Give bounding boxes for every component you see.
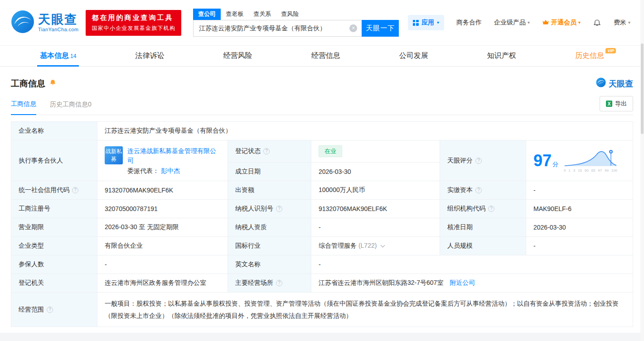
- company-type-label: 企业类型: [11, 237, 97, 255]
- help-icon[interactable]: ?: [276, 206, 282, 212]
- search-tab-company[interactable]: 查公司: [193, 9, 221, 20]
- business-term-value: 2026-03-30 至 无固定期限: [97, 218, 228, 237]
- help-icon[interactable]: ?: [72, 187, 78, 193]
- search-tab-boss[interactable]: 查老板: [221, 9, 248, 20]
- menu-cooperation[interactable]: 商务合作: [456, 19, 482, 27]
- reg-status-label: 登记状态?: [228, 140, 311, 163]
- tab-company-development[interactable]: 公司发展: [387, 46, 441, 66]
- partner-avatar[interactable]: 战新私募: [105, 146, 123, 164]
- company-name-label: 企业名称: [11, 122, 97, 140]
- chevron-down-icon: ▾: [437, 20, 439, 25]
- business-term-label: 营业期限: [11, 218, 97, 237]
- industry-value[interactable]: 综合管理服务 (L722): [311, 237, 440, 255]
- section-title: 工商信息: [11, 78, 45, 90]
- reg-authority-value: 连云港市海州区政务服务管理办公室: [97, 274, 228, 293]
- section-title-row: 工商信息: [11, 78, 57, 90]
- english-name-value: -: [311, 255, 633, 274]
- reg-number-value: 320705000787191: [97, 200, 228, 218]
- chevron-down-icon: ▾: [628, 20, 630, 25]
- section-header: 工商信息 天眼查: [11, 77, 633, 90]
- help-icon[interactable]: ?: [475, 158, 482, 164]
- slogan-line2: 国家中小企业发展基金旗下机构: [92, 24, 175, 32]
- brand-name: 天眼查: [38, 13, 78, 26]
- subtab-history-business-info[interactable]: 历史工商信息0: [50, 101, 92, 115]
- chevron-down-icon[interactable]: [381, 243, 385, 248]
- notifications-bell-icon[interactable]: [593, 19, 601, 27]
- business-info-subtabs: 工商信息 历史工商信息0 X 导出: [11, 95, 633, 115]
- monitor-bell-icon[interactable]: [49, 79, 57, 89]
- establish-date-value: 2026-03-30: [311, 163, 440, 181]
- business-info-table: 企业名称 江苏连云港安防产业专项母基金（有限合伙） 执行事务合伙人 战新私募 连…: [11, 121, 633, 327]
- enterprise-label: 企业级产品: [494, 19, 526, 27]
- company-name-value: 江苏连云港安防产业专项母基金（有限合伙）: [97, 122, 633, 140]
- delegate-name-link[interactable]: 彭中杰: [161, 167, 180, 174]
- user-account-menu[interactable]: 费米 ▾: [614, 19, 630, 27]
- menu-enterprise-products[interactable]: 企业级产品 ▾: [494, 19, 530, 27]
- scrollbar[interactable]: [640, 0, 644, 341]
- table-row: 登记机关 连云港市海州区政务服务管理办公室 主要经营场所? 江苏省连云港市海州区…: [11, 274, 633, 293]
- tab-business-info[interactable]: 经营信息: [299, 46, 353, 66]
- executive-partner-cell: 战新私募 连云港战新私募基金管理有限公司 委派代表： 彭中杰: [97, 140, 228, 181]
- username: 费米: [614, 19, 626, 27]
- help-icon[interactable]: ?: [47, 307, 53, 313]
- tab-intellectual-property[interactable]: 知识产权: [475, 46, 529, 66]
- score-chart-ticks: 01 315 5065 9799 100: [564, 168, 617, 173]
- export-button[interactable]: X 导出: [600, 96, 633, 111]
- vip-label: 开通会员: [551, 19, 576, 27]
- business-address: 江苏省连云港市海州区朝阳东路32-7号607室: [319, 279, 443, 286]
- company-type-value: 有限合伙企业: [97, 237, 228, 255]
- tab-history-info-label: 历史信息: [575, 51, 604, 61]
- tab-operating-risk[interactable]: 经营风险: [211, 46, 265, 66]
- brand-domain: TianYanCha.com: [38, 27, 78, 33]
- credit-code-value: 91320706MAK90ELF6K: [97, 181, 228, 200]
- apps-menu-button[interactable]: 应用 ▾: [408, 15, 444, 30]
- logo-text: 天眼查 TianYanCha.com: [38, 13, 78, 33]
- chevron-down-icon: ▾: [578, 20, 581, 25]
- help-icon[interactable]: ?: [276, 280, 282, 286]
- table-row: 参保人数 - 英文名称 -: [11, 255, 633, 274]
- tianyancha-logo[interactable]: 天眼查 TianYanCha.com: [11, 10, 78, 35]
- help-icon[interactable]: ?: [475, 187, 482, 193]
- taxpayer-quality-value: -: [311, 218, 440, 237]
- slogan-line1: 都在用的商业查询工具: [92, 14, 175, 22]
- org-code-label: 组织机构代码?: [440, 200, 526, 218]
- search-input-wrap: ×: [193, 20, 362, 37]
- approval-date-label: 核准日期: [440, 218, 526, 237]
- search-button[interactable]: 天眼一下: [362, 20, 399, 37]
- insured-count-value: -: [97, 255, 228, 274]
- search-area: 查公司 查老板 查关系 查风险 × 天眼一下: [193, 9, 399, 37]
- company-nav-tabs: 基本信息 14 法律诉讼 经营风险 经营信息 公司发展 知识产权 历史信息 VI…: [0, 45, 644, 67]
- english-name-label: 英文名称: [228, 255, 311, 274]
- page-bottom-background: [0, 333, 644, 341]
- taxpayer-quality-label: 纳税人资质: [228, 218, 311, 237]
- export-label: 导出: [615, 100, 627, 108]
- scrollbar-thumb[interactable]: [641, 43, 644, 134]
- reg-status-value: 在业: [311, 140, 440, 163]
- tab-legal-proceedings[interactable]: 法律诉讼: [122, 46, 177, 66]
- score-value: 97: [533, 151, 552, 170]
- partner-company-link[interactable]: 连云港战新私募基金管理有限公司: [127, 146, 220, 165]
- reg-number-label: 工商注册号: [11, 200, 97, 218]
- apps-label: 应用: [421, 19, 434, 27]
- score-unit: 分: [552, 161, 558, 168]
- paid-capital-label: 实缴资本?: [440, 181, 526, 200]
- help-icon[interactable]: ?: [263, 148, 270, 154]
- main-content: 工商信息 天眼查: [0, 77, 644, 327]
- insured-count-label: 参保人数: [11, 255, 97, 274]
- capital-value: 100000万人民币: [311, 181, 440, 200]
- subtab-business-info[interactable]: 工商信息: [11, 100, 36, 115]
- nearby-companies-link[interactable]: 附近公司: [450, 279, 475, 286]
- business-scope-value: 一般项目：股权投资；以私募基金从事股权投资、投资管理、资产管理等活动（须在中国证…: [97, 293, 633, 327]
- table-row: 营业期限 2026-03-30 至 无固定期限 纳税人资质 - 核准日期 202…: [11, 218, 633, 237]
- tab-history-info[interactable]: 历史信息 VIP: [562, 46, 617, 66]
- header: 天眼查 TianYanCha.com 都在用的商业查询工具 国家中小企业发展基金…: [0, 0, 644, 45]
- vip-badge: VIP: [605, 48, 616, 53]
- search-input[interactable]: [193, 20, 362, 37]
- table-row: 企业类型 有限合伙企业 国标行业 综合管理服务 (L722) 人员规模 -: [11, 237, 633, 255]
- open-vip-button[interactable]: 开通会员 ▾: [542, 19, 581, 27]
- help-icon[interactable]: ?: [488, 206, 494, 212]
- search-tab-risk[interactable]: 查风险: [276, 9, 304, 20]
- excel-icon: X: [606, 101, 612, 107]
- tab-basic-info[interactable]: 基本信息 14: [27, 46, 89, 66]
- search-tab-relation[interactable]: 查关系: [248, 9, 276, 20]
